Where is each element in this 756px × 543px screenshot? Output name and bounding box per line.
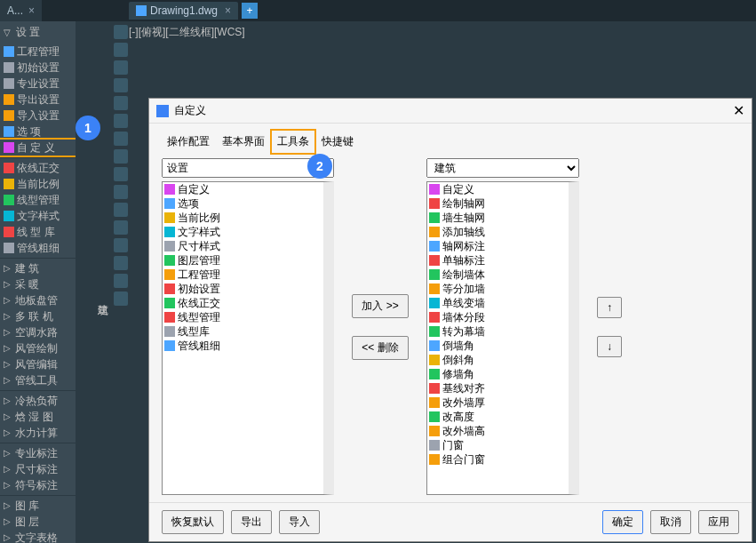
cancel-button[interactable]: 取消 bbox=[650, 510, 691, 534]
dialog-titlebar[interactable]: 自定义 ✕ bbox=[149, 99, 752, 124]
sidebar-item-customize[interactable]: 自 定 义 bbox=[0, 140, 76, 156]
list-item[interactable]: 自定义 bbox=[427, 182, 569, 196]
list-item[interactable]: 绘制轴网 bbox=[427, 196, 569, 211]
tool-button[interactable] bbox=[114, 167, 128, 181]
sidebar-item[interactable]: 工程管理 bbox=[0, 44, 76, 60]
tool-button[interactable] bbox=[114, 96, 128, 110]
tool-button[interactable] bbox=[114, 43, 128, 57]
sidebar-item[interactable]: ▷风管编辑 bbox=[0, 356, 76, 372]
close-icon[interactable]: × bbox=[28, 4, 35, 17]
tool-button[interactable] bbox=[114, 25, 128, 39]
sidebar-item[interactable]: ▷图 层 bbox=[0, 514, 76, 530]
sidebar-item[interactable]: 初始设置 bbox=[0, 60, 76, 76]
export-button[interactable]: 导出 bbox=[231, 510, 272, 534]
tool-button[interactable] bbox=[114, 149, 128, 164]
sidebar-item[interactable]: 文字样式 bbox=[0, 208, 76, 224]
list-item[interactable]: 轴网标注 bbox=[427, 239, 569, 253]
ok-button[interactable]: 确定 bbox=[602, 510, 643, 534]
list-item[interactable]: 选项 bbox=[163, 196, 323, 211]
list-item[interactable]: 绘制墙体 bbox=[427, 268, 569, 282]
sidebar-item[interactable]: ▷焓 湿 图 bbox=[0, 409, 76, 425]
sidebar-item[interactable]: ▷文字表格 bbox=[0, 530, 76, 543]
list-item[interactable]: 转为幕墙 bbox=[427, 324, 569, 339]
sidebar-item[interactable]: 线型管理 bbox=[0, 192, 76, 208]
sidebar-item[interactable]: 专业设置 bbox=[0, 76, 76, 92]
sidebar-item[interactable]: ▷水力计算 bbox=[0, 425, 76, 441]
list-item[interactable]: 单轴标注 bbox=[427, 253, 569, 268]
list-item[interactable]: 改高度 bbox=[427, 410, 569, 424]
list-item[interactable]: 管线粗细 bbox=[163, 339, 323, 353]
tool-button[interactable] bbox=[114, 220, 128, 235]
tab-operation-config[interactable]: 操作配置 bbox=[162, 131, 215, 153]
sidebar-item[interactable]: ▷采 暖 bbox=[0, 276, 76, 292]
sidebar-item[interactable]: 管线粗细 bbox=[0, 240, 76, 256]
list-item[interactable]: 倒斜角 bbox=[427, 353, 569, 367]
apply-button[interactable]: 应用 bbox=[698, 510, 739, 534]
file-tab[interactable]: Drawing1.dwg × bbox=[129, 2, 238, 20]
sidebar-item[interactable]: ▷冷热负荷 bbox=[0, 393, 76, 409]
sidebar-item[interactable]: ▷图 库 bbox=[0, 498, 76, 514]
list-item[interactable]: 自定义 bbox=[163, 182, 323, 196]
sidebar-item[interactable]: ▷管线工具 bbox=[0, 372, 76, 388]
left-header[interactable]: ▽ 设 置 bbox=[0, 21, 76, 44]
list-item[interactable]: 当前比例 bbox=[163, 211, 323, 225]
tool-button[interactable] bbox=[114, 114, 128, 128]
sidebar-item[interactable]: 线 型 库 bbox=[0, 224, 76, 240]
sidebar-item[interactable]: 当前比例 bbox=[0, 176, 76, 192]
list-item[interactable]: 改外墙高 bbox=[427, 424, 569, 438]
sidebar-item[interactable]: 导入设置 bbox=[0, 108, 76, 124]
tool-button[interactable] bbox=[114, 238, 128, 252]
list-item[interactable]: 墙生轴网 bbox=[427, 211, 569, 225]
list-item[interactable]: 倒墙角 bbox=[427, 339, 569, 353]
add-button[interactable]: 加入 >> bbox=[352, 294, 408, 318]
tab-shortcut[interactable]: 快捷键 bbox=[316, 131, 359, 153]
sidebar-item[interactable]: 依线正交 bbox=[0, 160, 76, 176]
new-file-button[interactable]: + bbox=[242, 3, 258, 19]
tool-button[interactable] bbox=[114, 78, 128, 92]
list-item[interactable]: 组合门窗 bbox=[427, 452, 569, 467]
list-item[interactable]: 等分加墙 bbox=[427, 282, 569, 296]
list-item[interactable]: 改外墙厚 bbox=[427, 395, 569, 410]
tool-button[interactable] bbox=[114, 256, 128, 270]
list-item[interactable]: 图层管理 bbox=[163, 253, 323, 268]
list-item[interactable]: 文字样式 bbox=[163, 225, 323, 239]
tool-button[interactable] bbox=[114, 203, 128, 217]
list-item[interactable]: 单线变墙 bbox=[427, 296, 569, 310]
sidebar-item[interactable]: ▷尺寸标注 bbox=[0, 461, 76, 477]
tab-basic-interface[interactable]: 基本界面 bbox=[217, 131, 270, 153]
list-item[interactable]: 工程管理 bbox=[163, 268, 323, 282]
list-item[interactable]: 初始设置 bbox=[163, 282, 323, 296]
list-item[interactable]: 修墙角 bbox=[427, 367, 569, 381]
close-icon[interactable]: ✕ bbox=[733, 102, 744, 119]
delete-button[interactable]: << 删除 bbox=[352, 336, 408, 360]
move-down-button[interactable]: ↓ bbox=[597, 336, 622, 357]
tool-button[interactable] bbox=[114, 60, 128, 75]
tool-button[interactable] bbox=[114, 291, 128, 306]
list-item[interactable]: 线型库 bbox=[163, 324, 323, 339]
sidebar-item[interactable]: ▷符号标注 bbox=[0, 477, 76, 493]
sidebar-item[interactable]: 导出设置 bbox=[0, 92, 76, 108]
sidebar-item[interactable]: ▷地板盘管 bbox=[0, 292, 76, 308]
tool-button[interactable] bbox=[114, 185, 128, 199]
list-item[interactable]: 依线正交 bbox=[163, 296, 323, 310]
left-listbox[interactable]: 自定义选项当前比例文字样式尺寸样式图层管理工程管理初始设置依线正交线型管理线型库… bbox=[162, 181, 334, 495]
sidebar-item[interactable]: ▷风管绘制 bbox=[0, 340, 76, 356]
vbar-tab[interactable]: 建筑 bbox=[93, 294, 112, 298]
sidebar-item[interactable]: 选 项 bbox=[0, 124, 76, 140]
right-category-select[interactable]: 建筑 bbox=[426, 158, 579, 178]
import-button[interactable]: 导入 bbox=[279, 510, 320, 534]
tab-toolbar[interactable]: 工具条 bbox=[272, 131, 314, 153]
tool-button[interactable] bbox=[114, 274, 128, 288]
list-item[interactable]: 线型管理 bbox=[163, 310, 323, 324]
list-item[interactable]: 墙体分段 bbox=[427, 310, 569, 324]
sidebar-item[interactable]: ▷专业标注 bbox=[0, 445, 76, 461]
sidebar-item[interactable]: ▷建 筑 bbox=[0, 260, 76, 276]
app-tab[interactable]: A... × bbox=[0, 0, 42, 21]
list-item[interactable]: 添加轴线 bbox=[427, 225, 569, 239]
sidebar-item[interactable]: ▷空调水路 bbox=[0, 324, 76, 340]
list-item[interactable]: 基线对齐 bbox=[427, 381, 569, 395]
list-item[interactable]: 门窗 bbox=[427, 438, 569, 452]
close-icon[interactable]: × bbox=[225, 4, 231, 17]
right-listbox[interactable]: 自定义绘制轴网墙生轴网添加轴线轴网标注单轴标注绘制墙体等分加墙单线变墙墙体分段转… bbox=[426, 181, 579, 495]
sidebar-item[interactable]: ▷多 联 机 bbox=[0, 308, 76, 324]
